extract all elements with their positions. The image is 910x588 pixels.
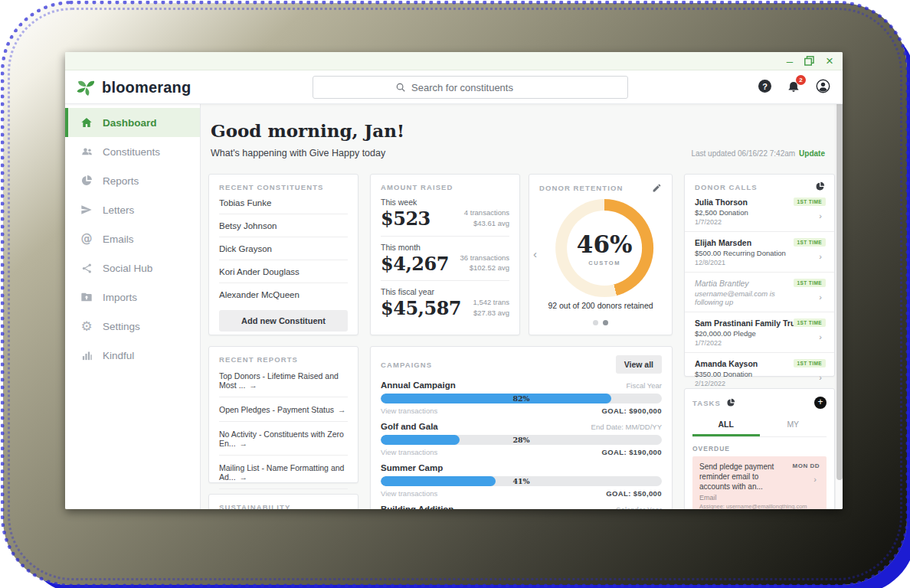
chevron-right-icon[interactable]: ›: [819, 211, 822, 220]
recent-constituents-card: RECENT CONSTITUENTS Tobias Funke Betsy J…: [208, 174, 358, 335]
view-transactions-link[interactable]: View transactions: [381, 489, 437, 498]
at-sign-icon: @: [80, 232, 93, 246]
arrow-right-icon: →: [249, 381, 257, 390]
constituent-list-item[interactable]: Betsy Johnson: [219, 214, 348, 237]
donor-call-row-following-up[interactable]: Martia Brantley username@email.com is fo…: [685, 273, 834, 312]
donor-calls-card: DONOR CALLS Julia Thorson $2,500 Donatio…: [684, 174, 835, 377]
card-title: SUSTAINABILITY SCORECARD: [219, 503, 348, 509]
sidebar-item-letters[interactable]: Letters: [65, 195, 200, 224]
notifications-button[interactable]: 2: [787, 79, 800, 93]
tasks-tabs: ALL MY: [692, 415, 827, 437]
view-transactions-link[interactable]: View transactions: [381, 448, 437, 456]
sidebar-item-emails[interactable]: @ Emails: [65, 224, 200, 253]
chevron-right-icon[interactable]: ›: [819, 292, 822, 302]
notification-count-badge: 2: [796, 75, 806, 85]
folder-upload-icon: [80, 290, 93, 304]
report-link[interactable]: Mailing List - Name Formatting and Ad...…: [219, 456, 348, 489]
tab-my[interactable]: MY: [760, 415, 827, 436]
task-assignee: Assignee: username@emaillongthing.com: [699, 503, 820, 509]
first-time-badge: 1ST TIME: [794, 318, 826, 327]
amount-value: $45,587: [381, 299, 461, 318]
task-due-date: MON DD: [793, 462, 820, 469]
minimize-icon[interactable]: –: [787, 55, 793, 67]
campaign-progress-bar: 82%: [381, 394, 662, 403]
search-icon: [395, 82, 406, 93]
report-link[interactable]: Open Pledges - Payment Status →: [219, 397, 348, 422]
retention-donut-chart: 46% CUSTOM: [555, 199, 653, 297]
chevron-right-icon[interactable]: ›: [819, 332, 822, 341]
amount-stats: 36 transactions$102.52 avg: [460, 253, 509, 274]
sidebar-item-dashboard[interactable]: Dashboard: [65, 108, 200, 137]
donor-call-row[interactable]: Amanda Kayson $350.00 Donation 2/12/2022…: [685, 353, 834, 393]
progress-percent: 41%: [381, 476, 662, 486]
carousel-dot[interactable]: [593, 320, 598, 325]
bloomerang-logo[interactable]: bloomerang: [75, 77, 191, 98]
restore-icon[interactable]: [804, 56, 814, 66]
progress-percent: 28%: [381, 435, 662, 445]
carousel-dot-active[interactable]: [603, 320, 608, 325]
task-type: Email: [699, 494, 820, 501]
overdue-task-row[interactable]: Send pledge payment reminder email to ac…: [692, 456, 827, 509]
add-constituent-button[interactable]: Add new Constituent: [219, 310, 348, 332]
constituent-list-item[interactable]: Dick Grayson: [219, 237, 348, 260]
campaign-progress-bar: 41%: [381, 476, 662, 486]
chevron-right-icon[interactable]: ›: [813, 475, 817, 484]
first-time-badge: 1ST TIME: [794, 238, 826, 247]
arrow-right-icon: →: [240, 439, 248, 448]
constituent-list-item[interactable]: Kori Ander Douglass: [219, 260, 348, 283]
tab-all[interactable]: ALL: [692, 415, 760, 436]
sidebar-item-settings[interactable]: ⚙ Settings: [65, 312, 200, 341]
report-link[interactable]: No Activity - Constituents with Zero En.…: [219, 422, 348, 456]
help-icon[interactable]: ?: [758, 80, 771, 93]
chevron-right-icon[interactable]: ›: [819, 252, 822, 261]
sidebar-item-imports[interactable]: Imports: [65, 283, 200, 312]
update-link[interactable]: Update: [799, 149, 825, 158]
carousel-dots: [529, 320, 672, 325]
chevron-right-icon[interactable]: ›: [819, 373, 822, 382]
sidebar-item-constituents[interactable]: Constituents: [65, 137, 200, 166]
view-all-button[interactable]: View all: [616, 355, 662, 374]
first-time-badge: 1ST TIME: [794, 279, 826, 287]
campaign-row: Golf and Gala End Date: MM/DD/YY 28% Vie…: [381, 422, 662, 456]
scrollbar-thumb[interactable]: [836, 74, 843, 480]
donor-retention-card: DONOR RETENTION ‹ 46% CUSTOM 92 out of 2…: [529, 174, 673, 335]
report-link[interactable]: Top Donors - Lifetime Raised and Most ..…: [219, 364, 348, 397]
pie-chart-icon: [80, 174, 93, 188]
add-task-button[interactable]: +: [814, 397, 827, 409]
goal-label: GOAL: $50,000: [606, 489, 662, 498]
sidebar-item-label: Kindful: [103, 350, 134, 361]
vertical-scrollbar[interactable]: [835, 70, 843, 509]
paper-plane-icon: [80, 203, 93, 217]
donor-call-row[interactable]: Sam Prastinani Family Trust $20,000.00 P…: [685, 312, 834, 353]
sidebar-item-kindful[interactable]: Kindful: [65, 341, 200, 370]
constituent-list-item[interactable]: Alexander McQueen: [219, 283, 348, 305]
donor-call-row[interactable]: Julia Thorson $2,500 Donation 1/7/2022 1…: [685, 191, 834, 232]
account-button[interactable]: [816, 79, 830, 93]
window-titlebar: – ×: [65, 52, 843, 70]
card-title: RECENT CONSTITUENTS: [219, 183, 348, 191]
progress-percent: 82%: [381, 394, 662, 403]
retention-percent: 46%: [577, 230, 633, 258]
donor-call-row[interactable]: Elijah Marsden $500.00 Recurring Donatio…: [685, 232, 834, 273]
view-transactions-link[interactable]: View transactions: [381, 407, 437, 415]
share-icon: [80, 261, 93, 275]
brand-wordmark: bloomerang: [102, 79, 191, 96]
pie-chart-icon[interactable]: [815, 181, 825, 191]
tasks-card: TASKS + ALL MY OVERDUE Send pledge payme…: [684, 388, 835, 509]
close-icon[interactable]: ×: [826, 54, 833, 67]
constituent-list-item[interactable]: Tobias Funke: [219, 191, 348, 214]
carousel-prev-icon[interactable]: ‹: [533, 247, 537, 260]
campaign-progress-bar: 28%: [381, 435, 662, 445]
campaign-row: Summer Camp 41% View transactions GOAL: …: [381, 463, 662, 498]
amount-row-fiscal-year: This fiscal year $45,587 1,542 trans$27.…: [381, 281, 509, 325]
sidebar-item-label: Constituents: [103, 146, 160, 158]
page-title: Good morning, Jan!: [211, 120, 404, 141]
sidebar-item-label: Reports: [103, 175, 139, 187]
sidebar-item-reports[interactable]: Reports: [65, 166, 200, 195]
search-input[interactable]: [411, 82, 545, 93]
first-time-badge: 1ST TIME: [794, 359, 826, 368]
constituent-search[interactable]: [313, 76, 628, 99]
user-icon: [816, 79, 830, 93]
sidebar-item-social-hub[interactable]: Social Hub: [65, 253, 200, 283]
edit-pencil-icon[interactable]: [652, 183, 662, 193]
